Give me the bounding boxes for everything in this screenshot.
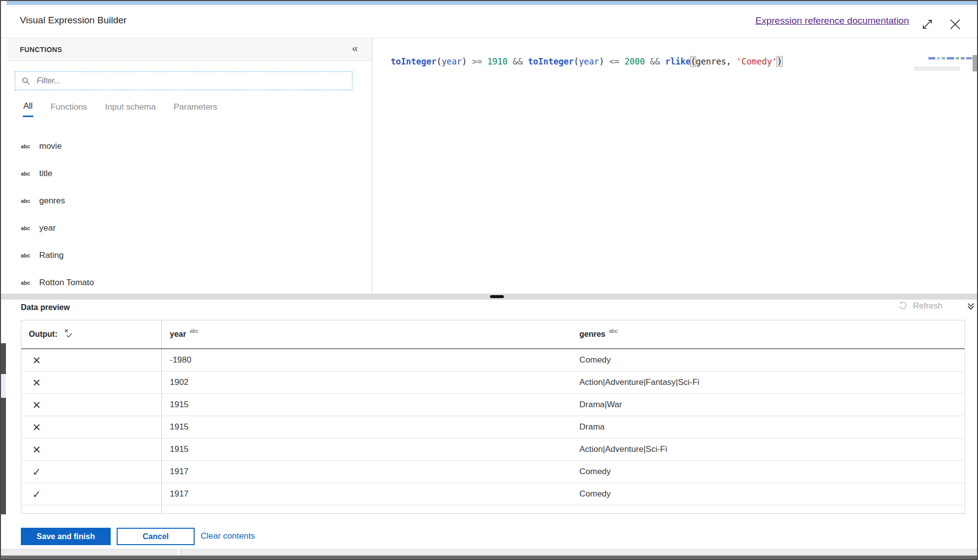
column-header-output: Output: xyxy=(21,320,162,348)
cell-genres: Comedy xyxy=(571,349,965,371)
cell-year: 1917 xyxy=(162,483,571,505)
schema-item-movie[interactable]: abcmovie xyxy=(1,132,371,160)
cell-year xyxy=(162,505,571,514)
schema-item-list: abcmovieabctitleabcgenresabcyearabcRatin… xyxy=(1,132,371,296)
code-token: ( xyxy=(574,57,579,66)
expression-editor[interactable]: toInteger(year) >= 1910 && toInteger(yea… xyxy=(372,38,978,294)
splitter-drag-handle[interactable] xyxy=(490,295,504,298)
cell-output: ✕ xyxy=(21,372,162,393)
expression-code-line[interactable]: toInteger(year) >= 1910 && toInteger(yea… xyxy=(391,55,782,68)
cell-output: ✓ xyxy=(21,483,162,505)
table-row: ✕1915Drama xyxy=(21,416,965,438)
string-type-icon: abc xyxy=(21,252,39,258)
code-token: 2000 xyxy=(625,57,645,66)
data-preview-title: Data preview xyxy=(21,303,70,312)
column-header-genres: genresabc xyxy=(571,320,965,348)
string-type-icon: abc xyxy=(21,198,39,204)
code-token xyxy=(645,57,650,66)
check-icon: ✓ xyxy=(32,489,41,499)
string-type-icon: abc xyxy=(21,143,39,149)
code-token: ( xyxy=(436,57,441,66)
expression-builder-dialog: Visual Expression Builder Expression ref… xyxy=(0,0,978,560)
schema-item-rotton-tomato[interactable]: abcRotton Tomato xyxy=(1,269,371,296)
minimap-mark xyxy=(961,57,965,60)
expand-preview-button[interactable] xyxy=(966,302,976,312)
tab-all[interactable]: All xyxy=(23,101,33,117)
save-and-finish-button[interactable]: Save and finish xyxy=(21,528,111,545)
diagonal-resize-icon xyxy=(920,17,934,31)
clear-contents-link[interactable]: Clear contents xyxy=(201,531,255,541)
schema-item-label: genres xyxy=(39,196,65,206)
cell-output: ✓ xyxy=(21,461,162,483)
schema-item-rating[interactable]: abcRating xyxy=(1,242,371,269)
check-icon: ✓ xyxy=(32,467,41,477)
search-icon xyxy=(21,76,31,86)
filter-box xyxy=(15,71,352,90)
cell-output: ✕ xyxy=(21,438,162,460)
page-bottom-bar xyxy=(1,556,977,559)
collapse-panel-button[interactable]: « xyxy=(352,42,358,54)
code-token xyxy=(731,57,736,66)
x-icon: ✕ xyxy=(32,444,41,455)
expand-dialog-button[interactable] xyxy=(920,17,934,31)
code-token: year xyxy=(579,57,599,66)
code-token: >= xyxy=(472,57,482,66)
cell-year: 1915 xyxy=(162,416,571,438)
functions-panel-title: FUNCTIONS xyxy=(20,38,62,61)
close-icon xyxy=(947,16,963,32)
minimap-marks[interactable] xyxy=(928,57,978,60)
filter-input[interactable] xyxy=(36,76,352,86)
code-token xyxy=(508,57,513,66)
close-button[interactable] xyxy=(947,16,963,32)
cell-output: ✕ xyxy=(21,416,162,438)
check-icon: ✓ xyxy=(32,511,41,514)
minimap-mark xyxy=(956,57,959,60)
code-token xyxy=(482,57,487,66)
cell-genres: Action|Adventure|Sci-Fi xyxy=(571,438,965,460)
editor-scrollbar-thumb[interactable] xyxy=(973,55,977,71)
string-type-icon: abc xyxy=(21,171,39,177)
dialog-title-bar: Visual Expression Builder Expression ref… xyxy=(1,5,977,38)
cell-genres: Comedy xyxy=(571,483,965,505)
cancel-button[interactable]: Cancel xyxy=(117,528,195,545)
schema-item-year[interactable]: abcyear xyxy=(1,214,371,242)
code-token: ) xyxy=(599,57,604,66)
x-icon: ✕ xyxy=(32,355,41,366)
refresh-icon xyxy=(898,301,908,311)
table-row: ✕-1980Comedy xyxy=(21,349,965,372)
table-row: ✕1902Action|Adventure|Fantasy|Sci-Fi xyxy=(21,372,965,394)
table-row: ✓1917Comedy xyxy=(21,483,965,505)
schema-item-label: title xyxy=(39,169,52,179)
code-token: <= xyxy=(609,57,619,66)
cell-output: ✕ xyxy=(21,394,162,416)
output-x-check-icon xyxy=(63,328,73,339)
tab-functions[interactable]: Functions xyxy=(50,101,88,117)
refresh-button[interactable]: Refresh xyxy=(898,301,943,311)
code-token: 1910 xyxy=(488,57,508,66)
minimap-mark xyxy=(966,57,972,60)
preview-table-body: ✕-1980Comedy✕1902Action|Adventure|Fantas… xyxy=(21,349,965,514)
cell-year: 1902 xyxy=(162,372,571,393)
column-name: genres xyxy=(579,330,605,339)
minimap-mark xyxy=(942,57,945,60)
schema-item-title[interactable]: abctitle xyxy=(1,160,371,187)
code-token: , xyxy=(726,57,731,66)
table-row: ✓1917Comedy xyxy=(21,461,965,483)
code-token: ) xyxy=(462,57,467,66)
expression-reference-doc-link[interactable]: Expression reference documentation xyxy=(756,15,909,26)
schema-item-label: Rotton Tomato xyxy=(39,278,94,288)
minimap-mark xyxy=(937,57,940,60)
schema-item-genres[interactable]: abcgenres xyxy=(1,187,371,214)
code-token: ( xyxy=(691,57,696,66)
tab-parameters[interactable]: Parameters xyxy=(173,101,218,117)
x-icon: ✕ xyxy=(32,400,41,410)
cell-year: 1915 xyxy=(162,438,571,460)
cell-output: ✕ xyxy=(21,349,162,371)
code-token xyxy=(523,57,528,66)
string-type-icon: abc xyxy=(190,328,199,334)
table-row: ✓ xyxy=(21,505,965,514)
code-token: rlike xyxy=(665,57,691,66)
page-title: Visual Expression Builder xyxy=(20,15,127,26)
minimap-slider[interactable] xyxy=(914,66,960,71)
tab-input-schema[interactable]: Input schema xyxy=(105,101,156,117)
